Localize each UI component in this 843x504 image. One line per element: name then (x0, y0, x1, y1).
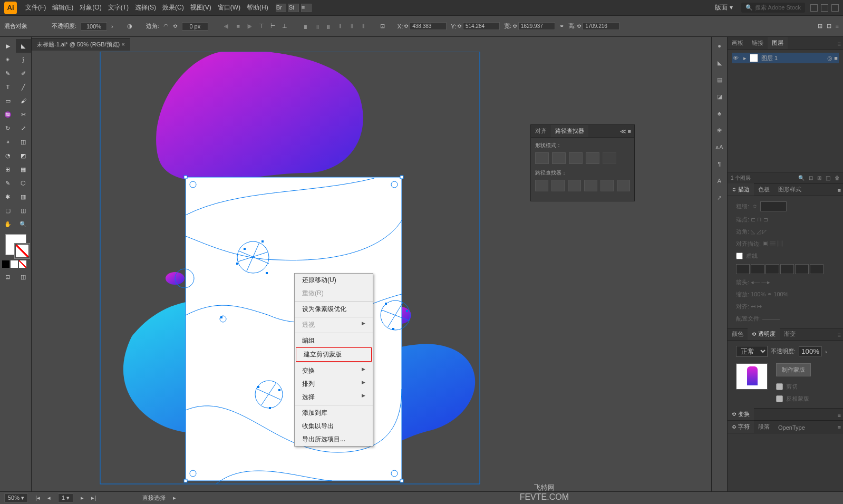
tab-stroke[interactable]: ≎ 描边 (728, 183, 754, 196)
trim-button[interactable] (551, 180, 565, 191)
artboard-nav-next[interactable]: ▸ (81, 495, 84, 501)
curvature-tool[interactable]: ✐ (16, 66, 32, 80)
crop-button[interactable] (584, 180, 597, 191)
tab-paragraph[interactable]: 段落 (754, 421, 774, 433)
w-input[interactable]: 1629.937 (518, 22, 555, 30)
width-tool[interactable]: ⌖ (0, 135, 16, 149)
blend-tool[interactable]: ⬡ (16, 176, 32, 190)
tab-character[interactable]: ≎ 字符 (728, 421, 754, 433)
menu-select[interactable]: 选择(S) (132, 3, 159, 12)
rotate-tool[interactable]: ↻ (0, 121, 16, 135)
tab-transparency[interactable]: ≎ 透明度 (748, 328, 780, 340)
direct-selection-tool[interactable]: ◣ (16, 39, 32, 53)
graph-tool[interactable]: ▥ (16, 190, 32, 203)
change-screen-mode[interactable]: ◫ (16, 270, 32, 284)
chevron-right-icon[interactable]: › (111, 23, 113, 30)
character-icon[interactable]: ᴀA (715, 142, 724, 152)
visibility-icon[interactable]: 👁 (733, 55, 740, 61)
minus-front-button[interactable] (552, 152, 566, 164)
make-clip-icon[interactable]: ⊡ (809, 175, 813, 181)
stepper-icon[interactable]: ≎ (512, 23, 517, 30)
scale-tool[interactable]: ⤢ (16, 121, 32, 135)
paragraph-icon[interactable]: ¶ (715, 159, 724, 169)
menu-file[interactable]: 文件(F) (22, 3, 49, 12)
tab-opentype[interactable]: OpenType (774, 422, 809, 433)
gradient-tool[interactable]: ▦ (16, 162, 32, 176)
mesh-tool[interactable]: ⊞ (0, 162, 16, 176)
stepper-icon[interactable]: ≎ (577, 23, 582, 30)
maximize-icon[interactable] (821, 4, 828, 12)
dash-checkbox[interactable] (736, 253, 743, 259)
stepper-icon[interactable]: ≎ (457, 23, 462, 30)
stepper-icon[interactable]: ≎ (404, 23, 409, 30)
pen-tool[interactable]: ✎ (0, 66, 16, 80)
minus-back-button[interactable] (617, 180, 630, 191)
panel-options-icon[interactable]: ⊞ (818, 23, 822, 30)
delete-layer-icon[interactable]: 🗑 (835, 175, 840, 181)
close-icon[interactable] (831, 4, 839, 12)
opacity-input[interactable]: 100% (81, 22, 107, 31)
panel-collapse-icon[interactable]: ≪ ≡ (617, 126, 634, 137)
shaper-tool[interactable]: ♒ (0, 108, 16, 121)
weight-input[interactable] (760, 201, 787, 211)
outline-button[interactable] (600, 180, 614, 191)
artboard-tool[interactable]: ▢ (0, 203, 16, 217)
close-tab-icon[interactable]: × (121, 41, 124, 47)
glyphs-icon[interactable]: A (715, 176, 724, 186)
stepper-icon[interactable]: ≎ (752, 203, 757, 210)
fill-stroke-swatch[interactable] (5, 234, 26, 255)
panel-menu-icon[interactable]: ≡ (836, 422, 843, 433)
tab-gradient[interactable]: 渐变 (780, 328, 800, 340)
canvas[interactable]: 还原移动(U) 重做(R) 设为像素级优化 透视▶ 编组 建立剪切蒙版 变换▶ … (32, 52, 711, 491)
ctx-add-library[interactable]: 添加到库 (295, 406, 373, 420)
locate-icon[interactable]: 🔍 (798, 175, 805, 181)
zoom-select[interactable]: 50% ▾ (4, 493, 28, 502)
pathfinder-panel[interactable]: 对齐 路径查找器 ≪ ≡ 形状模式： 路径查找器： (530, 124, 635, 201)
document-tab[interactable]: 未标题-1.ai* @ 50% (RGB/预览) × (32, 38, 130, 51)
menu-object[interactable]: 对象(O) (76, 3, 104, 12)
menu-icon[interactable]: ≡ (836, 23, 839, 30)
layout-dropdown[interactable]: 版面 ▾ (712, 3, 735, 12)
properties-icon[interactable]: ◣ (715, 58, 724, 67)
eyedropper-tool[interactable]: ✎ (0, 176, 16, 190)
intersect-button[interactable] (569, 152, 583, 164)
blend-mode-select[interactable]: 正常 (736, 346, 768, 357)
ctx-pixel-opt[interactable]: 设为像素级优化 (295, 303, 373, 316)
eraser-tool[interactable]: ✂ (16, 108, 32, 121)
ctx-export-selection[interactable]: 导出所选项目... (295, 433, 373, 446)
opacity-input[interactable] (799, 346, 822, 356)
brushes-icon[interactable]: ▤ (715, 75, 724, 84)
lasso-tool[interactable]: ⟆ (16, 53, 32, 66)
hand-tool[interactable]: ✋ (0, 217, 16, 231)
corner-input[interactable]: 0 px (182, 22, 208, 31)
tab-layers[interactable]: 图层 (768, 37, 788, 49)
asset-export-icon[interactable]: ↗ (715, 193, 724, 202)
panel-options-icon-2[interactable]: ⊡ (827, 23, 831, 30)
menu-view[interactable]: 视图(V) (187, 3, 215, 12)
link-wh-icon[interactable]: ⚭ (559, 23, 564, 30)
window-controls[interactable] (810, 4, 839, 12)
artboard-select[interactable]: 1 ▾ (58, 493, 73, 502)
new-sublayer-icon[interactable]: ⊞ (817, 175, 821, 181)
tab-swatches[interactable]: 色板 (754, 183, 774, 196)
distribute-group[interactable]: ⫼⫼⫼ ⫴⫴⫴ (301, 22, 369, 31)
paintbrush-tool[interactable]: 🖌 (16, 94, 32, 108)
h-input[interactable]: 1709.216 (583, 22, 619, 30)
bridge-icons[interactable]: BrSt≡ (276, 4, 312, 12)
layer-name[interactable]: 图层 1 (761, 54, 778, 62)
cc-libraries-icon[interactable]: ● (715, 41, 724, 51)
chevron-right-icon[interactable]: ▸ (173, 495, 176, 501)
menu-help[interactable]: 帮助(H) (244, 3, 272, 12)
y-input[interactable]: 514.284 (463, 22, 500, 30)
gradient-mode-icon[interactable] (11, 260, 18, 268)
type-tool[interactable]: T (0, 80, 16, 94)
tab-links[interactable]: 链接 (748, 37, 768, 49)
color-icon[interactable]: ❀ (715, 125, 724, 135)
line-tool[interactable]: ╱ (16, 80, 32, 94)
tab-color[interactable]: 颜色 (728, 328, 748, 340)
expand-icon[interactable]: ▸ (743, 55, 747, 62)
make-mask-button[interactable]: 制作蒙版 (776, 363, 811, 376)
shape-builder-tool[interactable]: ◔ (0, 149, 16, 162)
x-input[interactable]: 438.383 (410, 22, 447, 30)
align-group[interactable]: ⫷≡⫸ ⊤⊢⊥ (222, 22, 289, 31)
